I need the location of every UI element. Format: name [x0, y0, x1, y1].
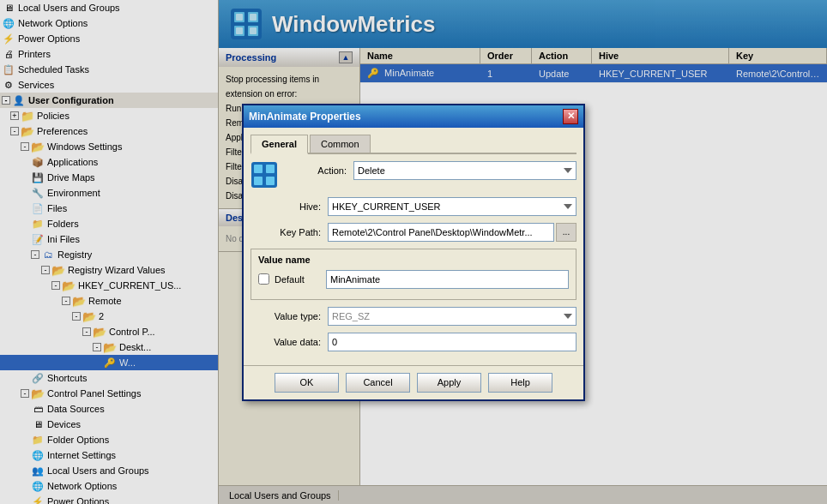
action-label: Action: [285, 165, 353, 176]
tab-general[interactable]: General [251, 135, 308, 154]
properties-dialog: MinAnimate Properties ✕ General Common [242, 104, 585, 401]
svg-rect-12 [254, 177, 263, 185]
key-path-label: Key Path: [251, 227, 328, 237]
hive-label: Hive: [251, 201, 328, 212]
dialog-app-icon [251, 161, 278, 189]
key-path-input[interactable] [328, 223, 554, 242]
key-path-control: ... [328, 223, 576, 242]
dialog-buttons: OK Cancel Apply Help [244, 365, 583, 399]
hive-select[interactable]: HKEY_CURRENT_USER HKEY_LOCAL_MACHINE HKE… [328, 197, 576, 216]
tab-bar: General Common [251, 135, 576, 154]
apply-button[interactable]: Apply [417, 373, 481, 393]
default-checkbox[interactable] [258, 273, 269, 285]
value-name-title: Value name [258, 255, 569, 265]
value-type-form-row: Value type: REG_SZ REG_DWORD REG_BINARY … [251, 307, 576, 326]
dialog-titlebar: MinAnimate Properties ✕ [244, 105, 583, 128]
value-type-label: Value type: [251, 311, 328, 321]
value-data-label: Value data: [251, 337, 328, 347]
action-select[interactable]: Delete Create Replace Update Delete [353, 161, 576, 180]
help-button[interactable]: Help [488, 373, 552, 393]
value-name-input[interactable] [326, 270, 569, 289]
value-data-form-row: Value data: [251, 333, 576, 351]
action-row-container: Action: Delete Create Replace Update Del… [285, 161, 576, 187]
modal-overlay: MinAnimate Properties ✕ General Common [0, 0, 827, 504]
default-checkbox-row: Default [258, 270, 569, 289]
action-form-row: Action: Delete Create Replace Update Del… [285, 161, 576, 180]
key-path-browse-btn[interactable]: ... [556, 223, 576, 242]
cancel-button[interactable]: Cancel [346, 373, 410, 393]
value-name-section: Value name Default [251, 249, 576, 300]
value-data-input[interactable] [328, 333, 576, 351]
hive-form-row: Hive: HKEY_CURRENT_USER HKEY_LOCAL_MACHI… [251, 197, 576, 216]
key-path-form-row: Key Path: ... [251, 223, 576, 242]
default-label: Default [275, 274, 326, 285]
value-type-select[interactable]: REG_SZ REG_DWORD REG_BINARY REG_EXPAND_S… [328, 307, 576, 326]
tab-common[interactable]: Common [310, 135, 371, 153]
svg-rect-13 [266, 177, 275, 185]
dialog-icon-area: Action: Delete Create Replace Update Del… [251, 161, 576, 189]
dialog-close-button[interactable]: ✕ [563, 109, 578, 124]
dialog-title: MinAnimate Properties [249, 111, 361, 123]
svg-rect-10 [254, 165, 263, 173]
ok-button[interactable]: OK [275, 373, 339, 393]
dialog-body: General Common Action: [244, 128, 583, 365]
svg-rect-11 [266, 165, 275, 173]
